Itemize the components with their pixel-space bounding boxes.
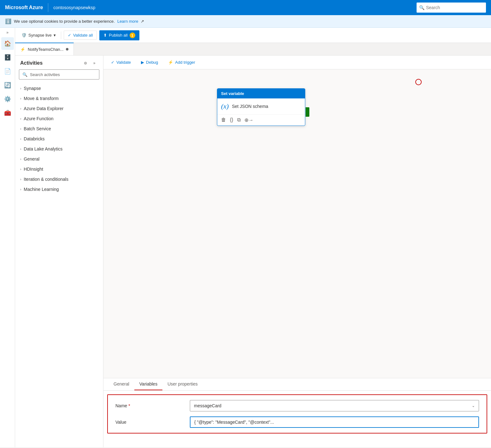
copy-icon[interactable]: ⧉	[237, 117, 241, 123]
activities-title: Activities	[20, 60, 43, 66]
nav-item-data[interactable]: 🗄️	[1, 51, 14, 64]
validate-button[interactable]: ✓ Validate	[108, 59, 133, 66]
activity-name: Set JSON schema	[232, 104, 268, 109]
chevron-right-icon: ›	[20, 168, 21, 171]
name-dropdown[interactable]: messageCard ⌄	[190, 400, 479, 411]
activities-controls: ⊜ »	[82, 59, 98, 67]
activity-card-footer: 🗑 {} ⧉ ⊕→	[217, 114, 305, 126]
activity-group-label: Move & transform	[24, 96, 58, 101]
collapse-btn[interactable]: ⊜	[82, 59, 89, 67]
activity-group-batch-service[interactable]: › Batch Service	[15, 124, 103, 134]
activity-group-iteration-conditionals[interactable]: › Iteration & conditionals	[15, 174, 103, 184]
validate-all-button[interactable]: ✓ Validate all	[64, 31, 97, 40]
value-content: { "@type": "MessageCard", "@context"...	[194, 420, 475, 425]
pipeline-tab-label: NotifyTeamsChan...	[28, 47, 63, 52]
external-link-icon: ↗	[141, 19, 144, 24]
activity-group-label: General	[24, 156, 39, 162]
main-toolbar: 🛡️ Synapse live ▾ ✓ Validate all ⬆ Publi…	[15, 28, 491, 43]
pipeline-tab[interactable]: ⚡ NotifyTeamsChan...	[15, 43, 74, 55]
activity-group-label: Azure Data Explorer	[24, 106, 63, 111]
green-connector	[306, 107, 309, 117]
tab-bar: ⚡ NotifyTeamsChan...	[15, 43, 491, 56]
name-label: Name *	[115, 403, 185, 408]
add-trigger-label: Add trigger	[175, 60, 195, 65]
activity-card-set-variable[interactable]: Set variable (x) Set JSON schema 🗑 {} ⧉ …	[217, 88, 305, 126]
activity-group-synapse[interactable]: › Synapse	[15, 83, 103, 93]
value-input[interactable]: { "@type": "MessageCard", "@context"...	[190, 416, 479, 428]
toolbar-divider	[61, 32, 61, 39]
lightning-icon: ⚡	[168, 60, 173, 65]
learn-more-link[interactable]: Learn more	[117, 19, 138, 24]
bottom-tabs: General Variables User properties	[103, 378, 491, 391]
activity-group-hdinsight[interactable]: › HDInsight	[15, 164, 103, 174]
bottom-panel: General Variables User properties Name *…	[103, 378, 491, 447]
search-activities-input[interactable]: 🔍 Search activities	[19, 69, 99, 80]
synapse-live-selector[interactable]: 🛡️ Synapse live ▾	[19, 32, 58, 39]
synapse-live-label: Synapse live	[28, 33, 52, 38]
main-layout: » 🏠 🗄️ 📄 🔄 ⚙️ 🧰 🛡️ Synapse live ▾ ✓ Vali…	[0, 28, 491, 447]
dropdown-chevron-icon: ⌄	[472, 404, 475, 408]
cookie-banner: ℹ️ We use optional cookies to provide a …	[0, 15, 491, 28]
activity-group-label: Iteration & conditionals	[24, 177, 68, 182]
chevron-right-icon: ›	[20, 137, 21, 141]
activity-group-machine-learning[interactable]: › Machine Learning	[15, 184, 103, 194]
debug-button[interactable]: ▶ Debug	[138, 59, 161, 66]
activity-group-label: HDInsight	[24, 167, 43, 172]
cookie-text: We use optional cookies to provide a bet…	[14, 19, 115, 24]
nav-item-monitor[interactable]: ⚙️	[1, 93, 14, 105]
chevron-right-icon: ›	[20, 117, 21, 121]
tab-user-properties[interactable]: User properties	[162, 378, 203, 390]
activities-header: Activities ⊜ »	[15, 56, 103, 69]
canvas-area: ✓ Validate ▶ Debug ⚡ Add trigger	[103, 56, 491, 447]
pipeline-canvas[interactable]: Set variable (x) Set JSON schema 🗑 {} ⧉ …	[103, 69, 491, 378]
chevron-right-icon: ›	[20, 147, 21, 151]
validate-label: Validate	[116, 60, 131, 65]
activity-group-label: Batch Service	[24, 126, 51, 131]
nav-item-manage[interactable]: 🧰	[1, 107, 14, 119]
delete-icon[interactable]: 🗑	[221, 117, 226, 123]
activity-group-azure-function[interactable]: › Azure Function	[15, 114, 103, 124]
nav-item-develop[interactable]: 📄	[1, 65, 14, 78]
workspace-name: contososynapsewksp	[53, 5, 95, 10]
form-row-name: Name * messageCard ⌄	[115, 400, 479, 411]
publish-icon: ⬆	[103, 33, 107, 38]
info-icon: ℹ️	[5, 18, 11, 24]
activity-group-databricks[interactable]: › Databricks	[15, 134, 103, 144]
activity-group-label: Data Lake Analytics	[24, 146, 62, 151]
activity-group-general[interactable]: › General	[15, 154, 103, 164]
publish-all-button[interactable]: ⬆ Publish all 1	[99, 30, 139, 40]
debug-label: Debug	[146, 60, 158, 65]
activity-group-label: Machine Learning	[24, 187, 59, 192]
chevron-right-icon: ›	[20, 107, 21, 110]
nav-expand-btn[interactable]: »	[6, 30, 9, 35]
activity-group-move-transform[interactable]: › Move & transform	[15, 93, 103, 103]
chevron-down-icon: ▾	[54, 33, 56, 38]
code-icon[interactable]: {}	[230, 117, 233, 123]
activity-card-header: Set variable	[217, 89, 305, 98]
close-btn[interactable]: »	[91, 59, 98, 67]
form-area: Name * messageCard ⌄ Value { "@type"	[107, 394, 487, 433]
nav-item-home[interactable]: 🏠	[1, 37, 14, 50]
add-activity-icon[interactable]: ⊕→	[244, 117, 254, 123]
chevron-right-icon: ›	[20, 157, 21, 161]
brand-logo: Microsoft Azure	[5, 5, 43, 10]
search-input[interactable]	[417, 3, 486, 13]
tab-general[interactable]: General	[108, 378, 134, 390]
activity-card-body: (x) Set JSON schema	[217, 98, 305, 114]
debug-play-icon: ▶	[141, 60, 144, 65]
synapse-icon: 🛡️	[21, 33, 26, 38]
top-bar: Microsoft Azure contososynapsewksp 🔍	[0, 0, 491, 15]
chevron-right-icon: ›	[20, 188, 21, 191]
validate-check-icon: ✓	[111, 60, 114, 65]
add-trigger-button[interactable]: ⚡ Add trigger	[166, 59, 198, 66]
search-wrapper: 🔍	[417, 3, 486, 13]
activity-group-azure-data-explorer[interactable]: › Azure Data Explorer	[15, 103, 103, 114]
nav-item-integrate[interactable]: 🔄	[1, 79, 14, 91]
chevron-right-icon: ›	[20, 178, 21, 181]
form-row-value: Value { "@type": "MessageCard", "@contex…	[115, 416, 479, 428]
search-activities-icon: 🔍	[22, 72, 27, 77]
tab-variables[interactable]: Variables	[134, 378, 162, 390]
variable-icon: (x)	[221, 102, 229, 110]
pipeline-tab-icon: ⚡	[20, 47, 25, 52]
activity-group-data-lake-analytics[interactable]: › Data Lake Analytics	[15, 144, 103, 154]
